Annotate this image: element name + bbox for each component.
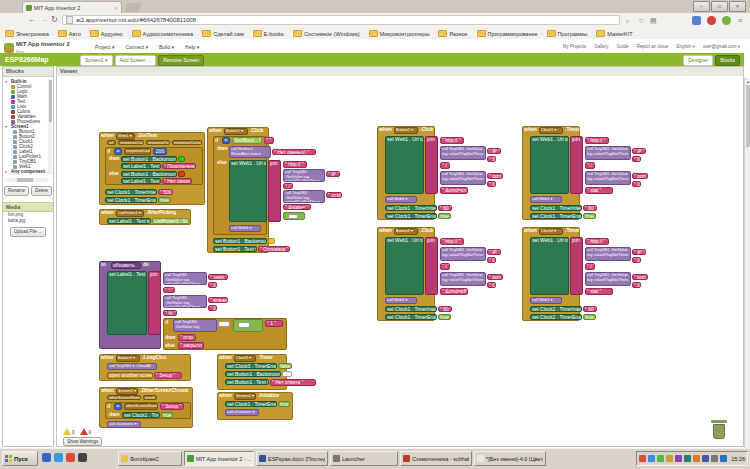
block-lblw[interactable]: when	[379, 127, 393, 133]
screen-button[interactable]: Remove Screen	[158, 55, 204, 66]
block-txt[interactable]: " port "	[487, 274, 503, 280]
grid-icon[interactable]: ▤	[650, 16, 657, 25]
block-lblw[interactable]: when	[524, 127, 538, 133]
block-getg[interactable]: TextBox1 . Text	[232, 137, 262, 144]
block-call[interactable]: call Web1 ▾ .Get	[530, 196, 562, 203]
block-txt[interactable]: " / "	[585, 263, 595, 270]
block-lblw[interactable]: to	[101, 262, 110, 268]
block-par[interactable]: responseCode	[124, 148, 151, 155]
block-num[interactable]: =	[222, 137, 230, 144]
extension-icon[interactable]	[692, 16, 701, 25]
block-set[interactable]: set Label1 . Text to	[121, 178, 161, 184]
block-num[interactable]: 200	[153, 148, 167, 155]
block-txt[interactable]: " IP "	[632, 249, 646, 255]
block-bool[interactable]: true	[158, 197, 171, 203]
block-bool[interactable]: true	[438, 314, 451, 320]
block-set[interactable]: set Button1 . BackgroundColor to	[121, 156, 177, 162]
block-join[interactable]: join	[570, 237, 583, 295]
back-icon[interactable]: ←	[28, 15, 36, 25]
block-swR[interactable]	[178, 171, 185, 177]
tray-icon[interactable]	[720, 455, 727, 462]
block-set[interactable]: set Web1 . Url to	[530, 237, 569, 295]
block-txt[interactable]: " 0 "	[632, 181, 641, 187]
menu-icon[interactable]: ≡	[738, 16, 742, 25]
block-call[interactable]: call обновить ▾	[107, 421, 141, 428]
block-txt[interactable]: " port "	[632, 274, 648, 280]
block-call[interactable]: call TinyDB1 .GetValue tag valueIfTagNot…	[440, 171, 486, 185]
block-call[interactable]: call TinyDB1 .GetValue tag valueIfTagNot…	[440, 247, 486, 261]
block-join[interactable]: join	[425, 237, 438, 295]
block-join[interactable]: join	[268, 160, 281, 222]
block-txt[interactable]: " http:// "	[440, 238, 464, 245]
menu-connect[interactable]: Connect ▾	[125, 44, 148, 50]
block-lblw[interactable]: else	[165, 343, 176, 348]
block-txt[interactable]: " 60 "	[583, 205, 597, 211]
block-call[interactable]: call TinyDB1 .GetValue tag valueIfTagNot…	[283, 190, 325, 203]
block-call[interactable]: call TinyDB1 .GetValue tag valueIfTagNot…	[585, 247, 631, 261]
bookmark-item[interactable]: Аудиосхемотехника	[132, 30, 194, 37]
extension-icon[interactable]	[707, 16, 716, 25]
block-txt[interactable]: " IP "	[632, 148, 646, 154]
block-txt[interactable]: " stat "	[585, 187, 613, 194]
block-txt[interactable]: " закрыто "	[178, 342, 204, 349]
block-lblw[interactable]: else	[217, 160, 228, 165]
block-lblw[interactable]: when	[101, 388, 115, 394]
block-call[interactable]: call TinyDB1 .GetValue tag valueIfTagNot…	[585, 272, 631, 286]
tab-close-icon[interactable]: ×	[114, 5, 118, 11]
block-txt[interactable]: " http:// "	[283, 161, 307, 168]
block-txt[interactable]: " Отправка "	[258, 246, 290, 252]
block-lblw[interactable]: when	[101, 355, 115, 361]
block-lblw[interactable]: .Click	[420, 228, 435, 234]
block-txt[interactable]: " ° "	[163, 287, 175, 293]
media-file-item[interactable]: karta.jpg	[3, 218, 53, 224]
block-set[interactable]: set Clock2 . TimerInterval to	[530, 306, 582, 312]
block-set[interactable]: set Button1 . Text to	[225, 379, 269, 385]
taskbar-button[interactable]: Launcher	[330, 451, 398, 466]
minimize-button[interactable]: –	[693, 1, 710, 12]
view-button-designer[interactable]: Designer	[683, 55, 713, 66]
block-txt[interactable]: " IP "	[487, 148, 501, 154]
block-call[interactable]: call Web1 ▾ .Get	[385, 297, 417, 304]
block-bool[interactable]: true	[438, 213, 451, 219]
tree-scrollbar[interactable]	[48, 79, 52, 175]
block-par[interactable]: Screen1 ▾	[234, 393, 256, 400]
block-call[interactable]: call Notifier1 . ShowAlert notice	[229, 146, 271, 158]
block-txt[interactable]: " 1 "	[265, 320, 283, 327]
block-set[interactable]: set Clock1 . TimerEnabled to	[385, 213, 437, 219]
taskbar-button[interactable]: *[Без имени]-4.0 (Цвет...	[474, 451, 546, 466]
block-par[interactable]: result	[143, 395, 157, 400]
block-txt[interactable]: " cmd "	[326, 192, 342, 198]
block-call[interactable]: call TinyDB1 ▾ .ClearAll	[107, 363, 157, 370]
star-bookmark-icon[interactable]: ☆	[638, 16, 644, 25]
block-set[interactable]: set Web1 . Url to	[229, 160, 267, 222]
block-lblw[interactable]: when	[219, 355, 233, 361]
block-set[interactable]: set Button1 . Text to	[213, 246, 257, 252]
block-set[interactable]: set Web1 . Url to	[530, 136, 569, 194]
show-warnings-button[interactable]: Show Warnings	[63, 437, 102, 446]
bookmark-item[interactable]: Ардуино	[90, 30, 123, 37]
taskbar-button[interactable]: ESPкран.docx (Послед...	[256, 451, 328, 466]
forward-icon[interactable]: →	[40, 15, 48, 25]
block-lblw[interactable]: .Timer	[565, 127, 580, 133]
block-ev2[interactable]: open another screen screenName	[107, 372, 153, 379]
block-txt[interactable]: " IP "	[487, 249, 501, 255]
tray-icon[interactable]	[684, 455, 691, 462]
block-par[interactable]: url	[107, 140, 116, 145]
block-lblw[interactable]: .Click	[250, 128, 265, 134]
block-txt[interactable]: " / "	[440, 162, 450, 169]
block-bool[interactable]: true	[161, 412, 173, 418]
block-lblw[interactable]: .Click	[420, 127, 435, 133]
block-txt[interactable]: " 0 "	[487, 156, 496, 162]
block-txt[interactable]: " темп "	[208, 274, 228, 280]
browser-tab[interactable]: MIT App Inventor 2 ×	[22, 1, 122, 13]
top-link[interactable]: user@gmail.com ▾	[703, 44, 740, 49]
view-button-blocks[interactable]: Blocks	[715, 55, 740, 66]
block-txt[interactable]: " 0 "	[487, 257, 496, 263]
block-call[interactable]: call обновить ▾	[225, 409, 259, 416]
block-par[interactable]: Button3 ▾	[394, 228, 418, 235]
block-call[interactable]: call Web1 ▾ .Get	[530, 297, 562, 304]
block-txt[interactable]: " "	[264, 137, 274, 144]
block-lblw[interactable]: then	[109, 156, 120, 161]
block-txt[interactable]: " 500 "	[158, 189, 173, 195]
block-txt[interactable]: " 60 "	[583, 306, 597, 312]
